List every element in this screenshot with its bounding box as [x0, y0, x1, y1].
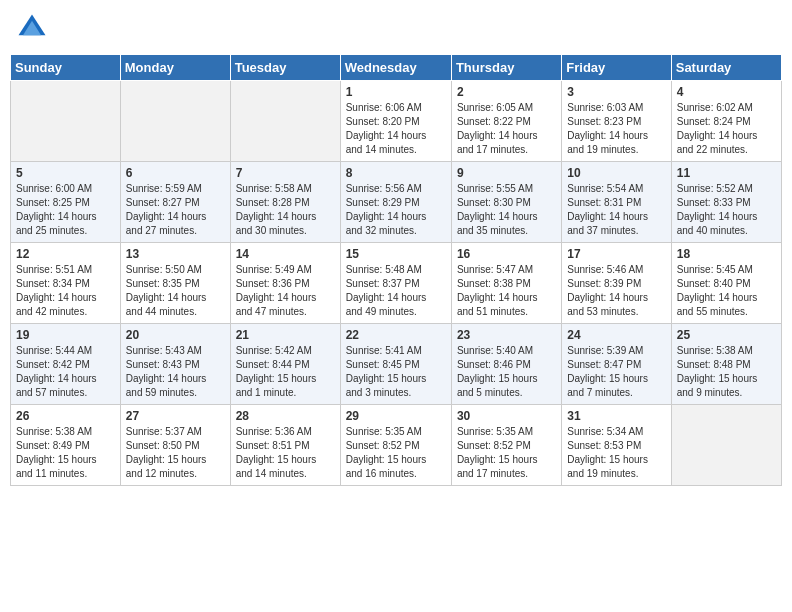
weekday-thursday: Thursday: [451, 55, 561, 81]
calendar-cell: 12Sunrise: 5:51 AM Sunset: 8:34 PM Dayli…: [11, 243, 121, 324]
day-number: 22: [346, 328, 446, 342]
weekday-tuesday: Tuesday: [230, 55, 340, 81]
day-number: 18: [677, 247, 776, 261]
day-info: Sunrise: 5:39 AM Sunset: 8:47 PM Dayligh…: [567, 344, 665, 400]
day-info: Sunrise: 5:36 AM Sunset: 8:51 PM Dayligh…: [236, 425, 335, 481]
day-info: Sunrise: 6:00 AM Sunset: 8:25 PM Dayligh…: [16, 182, 115, 238]
day-number: 12: [16, 247, 115, 261]
week-row-2: 5Sunrise: 6:00 AM Sunset: 8:25 PM Daylig…: [11, 162, 782, 243]
calendar-cell: [671, 405, 781, 486]
calendar-cell: 22Sunrise: 5:41 AM Sunset: 8:45 PM Dayli…: [340, 324, 451, 405]
day-info: Sunrise: 6:02 AM Sunset: 8:24 PM Dayligh…: [677, 101, 776, 157]
calendar-cell: 11Sunrise: 5:52 AM Sunset: 8:33 PM Dayli…: [671, 162, 781, 243]
weekday-saturday: Saturday: [671, 55, 781, 81]
day-number: 26: [16, 409, 115, 423]
calendar-cell: [230, 81, 340, 162]
day-info: Sunrise: 5:59 AM Sunset: 8:27 PM Dayligh…: [126, 182, 225, 238]
weekday-sunday: Sunday: [11, 55, 121, 81]
day-number: 2: [457, 85, 556, 99]
calendar-cell: 28Sunrise: 5:36 AM Sunset: 8:51 PM Dayli…: [230, 405, 340, 486]
week-row-4: 19Sunrise: 5:44 AM Sunset: 8:42 PM Dayli…: [11, 324, 782, 405]
day-info: Sunrise: 5:51 AM Sunset: 8:34 PM Dayligh…: [16, 263, 115, 319]
calendar-cell: 1Sunrise: 6:06 AM Sunset: 8:20 PM Daylig…: [340, 81, 451, 162]
day-info: Sunrise: 5:55 AM Sunset: 8:30 PM Dayligh…: [457, 182, 556, 238]
calendar-cell: 2Sunrise: 6:05 AM Sunset: 8:22 PM Daylig…: [451, 81, 561, 162]
day-number: 24: [567, 328, 665, 342]
calendar-cell: 25Sunrise: 5:38 AM Sunset: 8:48 PM Dayli…: [671, 324, 781, 405]
day-number: 23: [457, 328, 556, 342]
calendar-cell: [120, 81, 230, 162]
day-number: 19: [16, 328, 115, 342]
day-info: Sunrise: 5:38 AM Sunset: 8:48 PM Dayligh…: [677, 344, 776, 400]
day-info: Sunrise: 5:35 AM Sunset: 8:52 PM Dayligh…: [346, 425, 446, 481]
day-number: 8: [346, 166, 446, 180]
week-row-1: 1Sunrise: 6:06 AM Sunset: 8:20 PM Daylig…: [11, 81, 782, 162]
day-info: Sunrise: 5:46 AM Sunset: 8:39 PM Dayligh…: [567, 263, 665, 319]
day-info: Sunrise: 5:42 AM Sunset: 8:44 PM Dayligh…: [236, 344, 335, 400]
day-number: 6: [126, 166, 225, 180]
day-info: Sunrise: 6:06 AM Sunset: 8:20 PM Dayligh…: [346, 101, 446, 157]
day-number: 28: [236, 409, 335, 423]
calendar-cell: 19Sunrise: 5:44 AM Sunset: 8:42 PM Dayli…: [11, 324, 121, 405]
day-number: 3: [567, 85, 665, 99]
day-info: Sunrise: 5:38 AM Sunset: 8:49 PM Dayligh…: [16, 425, 115, 481]
calendar-cell: 30Sunrise: 5:35 AM Sunset: 8:52 PM Dayli…: [451, 405, 561, 486]
calendar-cell: 18Sunrise: 5:45 AM Sunset: 8:40 PM Dayli…: [671, 243, 781, 324]
day-info: Sunrise: 5:49 AM Sunset: 8:36 PM Dayligh…: [236, 263, 335, 319]
calendar-cell: 14Sunrise: 5:49 AM Sunset: 8:36 PM Dayli…: [230, 243, 340, 324]
week-row-3: 12Sunrise: 5:51 AM Sunset: 8:34 PM Dayli…: [11, 243, 782, 324]
calendar-cell: 21Sunrise: 5:42 AM Sunset: 8:44 PM Dayli…: [230, 324, 340, 405]
day-number: 21: [236, 328, 335, 342]
day-info: Sunrise: 5:41 AM Sunset: 8:45 PM Dayligh…: [346, 344, 446, 400]
page-header: [10, 10, 782, 46]
day-number: 27: [126, 409, 225, 423]
calendar-cell: 23Sunrise: 5:40 AM Sunset: 8:46 PM Dayli…: [451, 324, 561, 405]
day-info: Sunrise: 5:48 AM Sunset: 8:37 PM Dayligh…: [346, 263, 446, 319]
weekday-monday: Monday: [120, 55, 230, 81]
day-info: Sunrise: 5:58 AM Sunset: 8:28 PM Dayligh…: [236, 182, 335, 238]
day-number: 7: [236, 166, 335, 180]
day-info: Sunrise: 5:45 AM Sunset: 8:40 PM Dayligh…: [677, 263, 776, 319]
calendar-cell: 26Sunrise: 5:38 AM Sunset: 8:49 PM Dayli…: [11, 405, 121, 486]
day-info: Sunrise: 5:34 AM Sunset: 8:53 PM Dayligh…: [567, 425, 665, 481]
day-number: 5: [16, 166, 115, 180]
day-info: Sunrise: 6:05 AM Sunset: 8:22 PM Dayligh…: [457, 101, 556, 157]
day-info: Sunrise: 5:52 AM Sunset: 8:33 PM Dayligh…: [677, 182, 776, 238]
day-number: 10: [567, 166, 665, 180]
logo-icon: [14, 10, 50, 46]
weekday-friday: Friday: [562, 55, 671, 81]
day-number: 9: [457, 166, 556, 180]
calendar-cell: 13Sunrise: 5:50 AM Sunset: 8:35 PM Dayli…: [120, 243, 230, 324]
day-number: 29: [346, 409, 446, 423]
day-number: 30: [457, 409, 556, 423]
week-row-5: 26Sunrise: 5:38 AM Sunset: 8:49 PM Dayli…: [11, 405, 782, 486]
calendar-cell: 16Sunrise: 5:47 AM Sunset: 8:38 PM Dayli…: [451, 243, 561, 324]
calendar-cell: 27Sunrise: 5:37 AM Sunset: 8:50 PM Dayli…: [120, 405, 230, 486]
calendar-cell: 29Sunrise: 5:35 AM Sunset: 8:52 PM Dayli…: [340, 405, 451, 486]
calendar-cell: 10Sunrise: 5:54 AM Sunset: 8:31 PM Dayli…: [562, 162, 671, 243]
day-number: 4: [677, 85, 776, 99]
day-info: Sunrise: 5:56 AM Sunset: 8:29 PM Dayligh…: [346, 182, 446, 238]
day-number: 17: [567, 247, 665, 261]
day-info: Sunrise: 5:35 AM Sunset: 8:52 PM Dayligh…: [457, 425, 556, 481]
calendar-cell: 15Sunrise: 5:48 AM Sunset: 8:37 PM Dayli…: [340, 243, 451, 324]
day-info: Sunrise: 5:40 AM Sunset: 8:46 PM Dayligh…: [457, 344, 556, 400]
day-info: Sunrise: 5:43 AM Sunset: 8:43 PM Dayligh…: [126, 344, 225, 400]
weekday-wednesday: Wednesday: [340, 55, 451, 81]
day-info: Sunrise: 5:44 AM Sunset: 8:42 PM Dayligh…: [16, 344, 115, 400]
day-info: Sunrise: 6:03 AM Sunset: 8:23 PM Dayligh…: [567, 101, 665, 157]
day-number: 13: [126, 247, 225, 261]
day-number: 20: [126, 328, 225, 342]
day-info: Sunrise: 5:50 AM Sunset: 8:35 PM Dayligh…: [126, 263, 225, 319]
calendar-cell: 17Sunrise: 5:46 AM Sunset: 8:39 PM Dayli…: [562, 243, 671, 324]
calendar-cell: 6Sunrise: 5:59 AM Sunset: 8:27 PM Daylig…: [120, 162, 230, 243]
day-number: 14: [236, 247, 335, 261]
day-number: 11: [677, 166, 776, 180]
calendar-cell: 7Sunrise: 5:58 AM Sunset: 8:28 PM Daylig…: [230, 162, 340, 243]
logo: [14, 10, 54, 46]
calendar-cell: [11, 81, 121, 162]
day-number: 15: [346, 247, 446, 261]
calendar-cell: 9Sunrise: 5:55 AM Sunset: 8:30 PM Daylig…: [451, 162, 561, 243]
day-number: 25: [677, 328, 776, 342]
calendar-table: SundayMondayTuesdayWednesdayThursdayFrid…: [10, 54, 782, 486]
